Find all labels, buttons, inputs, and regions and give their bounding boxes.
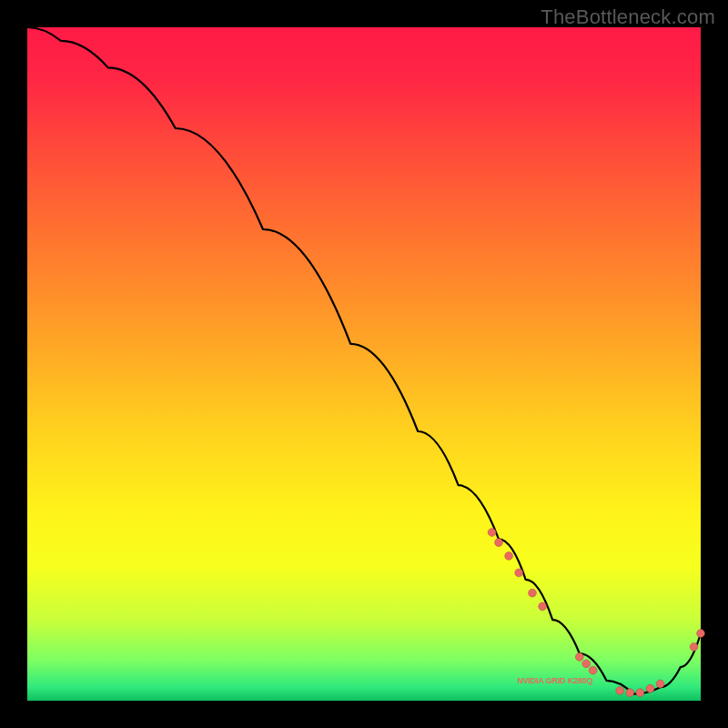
- highlight-dots: [488, 529, 704, 697]
- marker-dot: [697, 630, 705, 638]
- marker-dot: [505, 552, 513, 561]
- marker-dot: [495, 539, 503, 547]
- marker-dot: [616, 687, 624, 695]
- watermark-text: TheBottleneck.com: [541, 5, 715, 29]
- marker-dot: [488, 529, 496, 537]
- optimal-gpu-label: NVIDIA GRID K280Q: [517, 676, 592, 685]
- marker-dot: [636, 689, 644, 697]
- marker-dot: [539, 602, 547, 611]
- chart-overlay: NVIDIA GRID K280Q: [27, 27, 701, 701]
- marker-dot: [589, 666, 597, 674]
- plot-area: NVIDIA GRID K280Q: [27, 27, 701, 701]
- marker-dot: [656, 680, 664, 688]
- chart-frame: TheBottleneck.com NVIDIA GRID K280Q: [0, 0, 728, 728]
- marker-dot: [515, 569, 523, 577]
- marker-dot: [582, 660, 591, 668]
- marker-dot: [626, 689, 634, 697]
- marker-dot: [575, 653, 583, 662]
- marker-dot: [529, 589, 537, 597]
- marker-dot: [646, 684, 654, 693]
- bottleneck-curve: [27, 27, 701, 694]
- marker-dot: [690, 642, 698, 651]
